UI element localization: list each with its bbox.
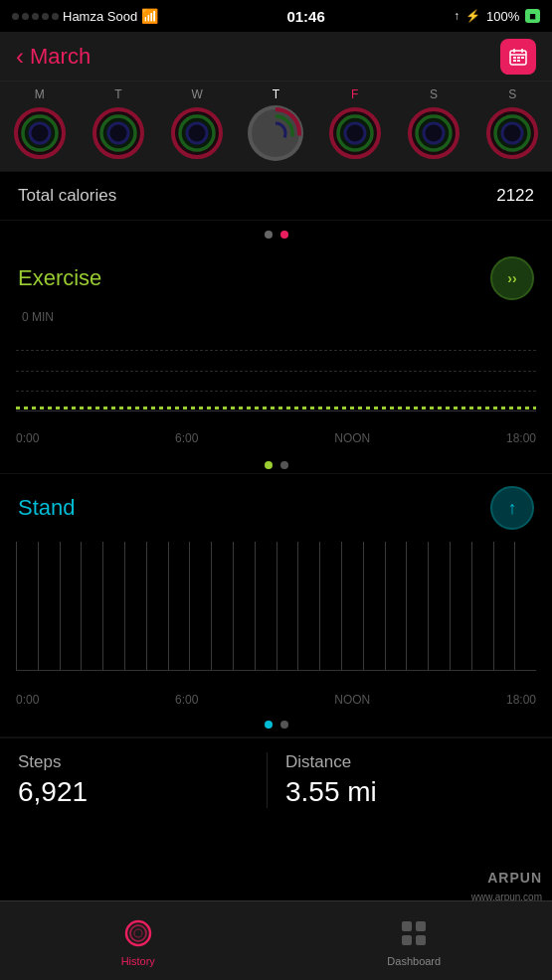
total-calories-label: Total calories [18,186,116,206]
metrics-row: Steps 6,921 Distance 3.55 mi [0,737,552,822]
stand-detail-button[interactable]: ↑ [490,486,534,530]
day-item-2[interactable]: W [169,87,225,161]
svg-rect-5 [517,57,520,59]
day-ring-5 [406,105,461,161]
stand-bar-18 [406,542,428,670]
signal-dot-4 [42,13,49,20]
stand-x-label-1: 6:00 [175,693,198,707]
stand-bar-20 [450,542,471,670]
signal-dot-5 [52,13,59,20]
steps-value: 6,921 [18,776,267,808]
day-label-2: W [192,87,203,101]
day-ring-1 [91,105,146,161]
nav-back-label: March [30,44,91,70]
svg-point-33 [134,929,142,937]
day-item-1[interactable]: T [91,87,146,161]
watermark: ARPUN [487,870,542,886]
x-label-noon: NOON [334,431,370,445]
exercise-x-labels: 0:00 6:00 NOON 18:00 [0,427,552,445]
exercise-dot-1 [265,461,273,469]
svg-point-24 [345,123,365,143]
x-label-2: 18:00 [506,431,536,445]
exercise-chart-area [16,330,536,411]
stand-x-label-noon: NOON [334,693,370,707]
signal-dots [12,13,59,20]
total-calories-value: 2122 [496,186,534,206]
svg-point-14 [108,123,128,143]
svg-rect-37 [416,935,426,945]
exercise-dots [0,453,552,473]
back-button[interactable]: ‹ March [16,44,91,70]
stand-dot-2 [280,721,288,729]
calendar-button[interactable] [500,39,536,75]
tab-history[interactable]: History [0,915,276,967]
grid-line-1 [16,350,536,351]
stand-bar-2 [60,542,82,670]
day-label-0: M [35,87,45,101]
wifi-icon: 📶 [141,8,158,24]
stand-x-labels: 0:00 6:00 NOON 18:00 [0,689,552,707]
exercise-header: Exercise ›› [0,245,552,308]
history-icon-container [120,915,156,951]
exercise-data-line [16,407,536,409]
exercise-dot-2 [280,461,288,469]
stand-bar-21 [471,542,493,670]
carrier-name: Hamza Sood [63,9,137,24]
exercise-section: Exercise ›› 0 MIN 0:00 6:00 NOON 18:00 [0,245,552,453]
svg-rect-6 [521,57,524,59]
dashboard-icon-container [396,915,432,951]
svg-rect-8 [517,60,520,62]
day-ring-2 [169,105,225,161]
stand-bar-0 [16,542,38,670]
steps-col: Steps 6,921 [18,752,267,808]
time-display: 01:46 [286,8,324,25]
day-label-6: S [508,87,516,101]
total-calories-row: Total calories 2122 [0,172,552,221]
chevron-right-icon: ›› [507,270,516,286]
exercise-chart: 0 MIN [0,308,552,427]
dot-1 [265,231,273,239]
chevron-left-icon: ‹ [16,45,24,69]
svg-rect-4 [513,57,516,59]
day-item-6[interactable]: S [484,87,540,161]
stand-bar-9 [211,542,233,670]
day-label-1: T [114,87,121,101]
exercise-detail-button[interactable]: ›› [490,256,534,300]
battery-percent: 100% [486,9,519,24]
distance-value: 3.55 mi [285,776,534,808]
dashboard-icon [398,917,430,949]
grid-line-3 [16,391,536,392]
svg-rect-35 [416,921,426,931]
svg-point-11 [30,123,50,143]
stand-bar-22 [493,542,515,670]
days-row: M T W T [0,82,552,172]
day-ring-friday [327,105,383,161]
page-dots-1 [0,221,552,245]
status-right: ↑ ⚡ 100% ■ [454,9,540,24]
arrow-up-icon: ↑ [508,498,517,519]
stand-bar-11 [255,542,276,670]
stand-bar-16 [363,542,385,670]
tab-dashboard[interactable]: Dashboard [276,915,553,967]
stand-header: Stand ↑ [0,474,552,538]
exercise-title: Exercise [18,265,101,291]
day-item-0[interactable]: M [12,87,68,161]
stand-dots [0,715,552,736]
dashboard-tab-label: Dashboard [387,955,441,967]
stand-dot-1 [265,721,273,729]
stand-bar-1 [38,542,60,670]
grid-line-2 [16,371,536,372]
history-icon [122,917,154,949]
exercise-y-label: 0 MIN [22,310,54,324]
day-item-today[interactable]: T [248,87,303,161]
x-label-0: 0:00 [16,431,39,445]
stand-bar-3 [81,542,102,670]
day-item-friday[interactable]: F [327,87,383,161]
day-item-5[interactable]: S [406,87,461,161]
signal-dot-1 [12,13,19,20]
day-label-friday: F [351,87,358,101]
steps-label: Steps [18,752,267,772]
signal-dot-2 [22,13,29,20]
stand-bar-7 [168,542,190,670]
tab-bar: History Dashboard [0,900,552,980]
